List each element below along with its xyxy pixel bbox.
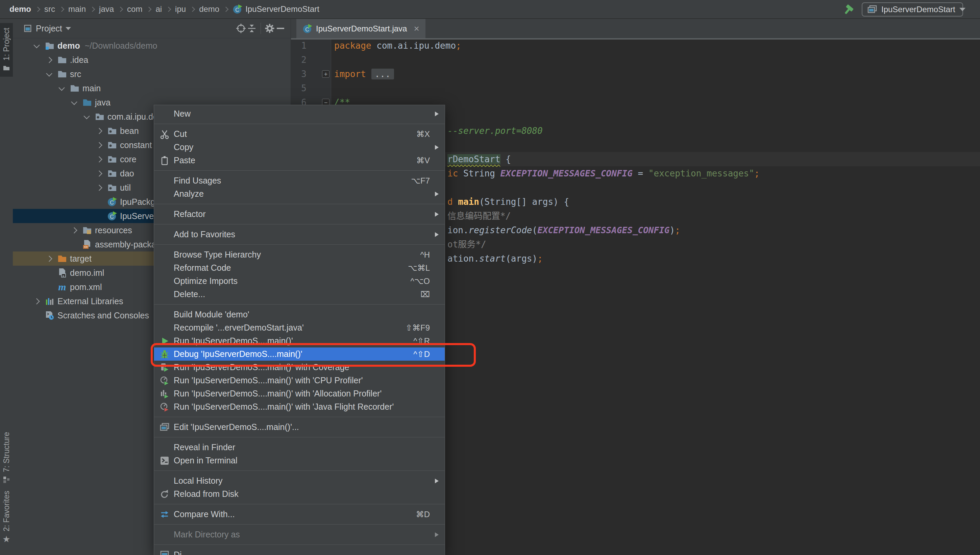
menu-item-build-module[interactable]: Build Module 'demo' — [154, 308, 445, 321]
collapse-all-icon[interactable] — [247, 23, 257, 34]
editor-tab-bar: C IpuServerDemoStart.java × — [291, 19, 980, 38]
run-configuration-icon — [867, 5, 877, 14]
tree-item-label: External Libraries — [58, 297, 123, 306]
libraries-icon — [45, 296, 55, 306]
breadcrumb-item[interactable]: ipu — [175, 5, 186, 14]
menu-item-run-with-allocation-profiler[interactable]: Run 'IpuServerDemoS....main()' with 'All… — [154, 387, 445, 400]
line-number: 5 — [291, 81, 306, 95]
menu-item-mark-directory-as[interactable]: Mark Directory as — [154, 528, 445, 541]
chevron-right-icon[interactable] — [95, 183, 103, 192]
breadcrumb-item[interactable]: ai — [155, 5, 162, 14]
menu-item-paste[interactable]: Paste⌘V — [154, 154, 445, 167]
editor-tab-label: IpuServerDemoStart.java — [316, 24, 407, 34]
menu-separator — [154, 244, 445, 245]
toolbar-divider — [261, 22, 261, 34]
chevron-right-icon[interactable] — [45, 56, 53, 64]
menu-item-copy[interactable]: Copy — [154, 141, 445, 154]
tree-item-label: main — [82, 83, 101, 93]
menu-item-analyze[interactable]: Analyze — [154, 187, 445, 201]
tree-row-demo[interactable]: demo ~/Downloads/demo — [13, 38, 291, 53]
menu-item-find-usages[interactable]: Find Usages⌥F7 — [154, 174, 445, 187]
menu-item-cut[interactable]: Cut⌘X — [154, 127, 445, 141]
menu-item-run-with-cpu-profiler[interactable]: Run 'IpuServerDemoS....main()' with 'CPU… — [154, 374, 445, 387]
menu-item-reveal-in-finder[interactable]: Reveal in Finder — [154, 441, 445, 454]
breadcrumb-separator-icon — [35, 6, 40, 12]
chevron-down-icon[interactable] — [66, 27, 71, 30]
cpu-profiler-icon — [160, 375, 170, 386]
breadcrumb-item[interactable]: IpuServerDemoStart — [245, 5, 319, 14]
stripe-tab-project[interactable]: 1: Project — [0, 23, 13, 77]
submenu-arrow-icon — [435, 145, 439, 150]
chevron-right-icon[interactable] — [45, 255, 53, 263]
menu-item-add-to-favorites[interactable]: Add to Favorites — [154, 228, 445, 241]
locate-file-icon[interactable] — [235, 23, 247, 34]
tree-item-label: demo — [58, 41, 80, 51]
chevron-right-icon[interactable] — [32, 297, 40, 305]
chevron-right-icon[interactable] — [95, 155, 103, 163]
menu-item-delete[interactable]: Delete...⌧ — [154, 288, 445, 301]
gear-icon[interactable] — [264, 23, 275, 34]
chevron-down-icon[interactable] — [70, 98, 78, 106]
stripe-tab-favorites[interactable]: 2: Favorites ★ — [0, 491, 13, 544]
close-icon[interactable]: × — [414, 23, 419, 34]
breadcrumb-item[interactable]: main — [68, 5, 86, 14]
menu-item-run-main[interactable]: Run 'IpuServerDemoS....main()'^⇧R — [154, 334, 445, 348]
chevron-down-icon[interactable] — [58, 84, 66, 92]
menu-item-run-with-java-flight-recorder[interactable]: Run 'IpuServerDemoS....main()' with 'Jav… — [154, 400, 445, 413]
hide-panel-icon[interactable] — [275, 23, 286, 34]
menu-item-reload-from-disk[interactable]: Reload from Disk — [154, 488, 445, 500]
chevron-right-icon[interactable] — [95, 169, 103, 178]
breadcrumb-separator-icon — [223, 6, 229, 12]
fold-expand-icon[interactable]: + — [322, 70, 330, 78]
code-line: d main(String[] args) { — [447, 195, 569, 209]
breadcrumb-bar: demo src main java com ai ipu demo C Ipu… — [0, 0, 980, 19]
submenu-arrow-icon — [435, 212, 439, 217]
menu-item-new[interactable]: New — [154, 107, 445, 120]
breadcrumb-item[interactable]: demo — [10, 5, 31, 14]
chevron-right-icon[interactable] — [70, 226, 78, 234]
menu-item-debug-main[interactable]: Debug 'IpuServerDemoS....main()'^⇧D — [154, 348, 445, 361]
chevron-down-icon — [959, 8, 966, 11]
folded-imports[interactable]: ... — [372, 69, 394, 79]
chevron-down-icon[interactable] — [45, 70, 53, 78]
editor-tab-ipuserverdemostart[interactable]: C IpuServerDemoStart.java × — [296, 19, 426, 38]
menu-item-browse-type-hierarchy[interactable]: Browse Type Hierarchy^H — [154, 248, 445, 261]
menu-item-compare-with[interactable]: Compare With...⌘D — [154, 508, 445, 521]
menu-item-refactor[interactable]: Refactor — [154, 207, 445, 221]
code-line: rDemoStart { — [447, 152, 511, 166]
terminal-icon — [160, 456, 170, 466]
chevron-down-icon[interactable] — [82, 112, 91, 121]
tree-row-main[interactable]: main — [13, 81, 291, 95]
breadcrumb-item[interactable]: src — [44, 5, 55, 14]
breadcrumb-item[interactable]: com — [127, 5, 142, 14]
tree-row-idea[interactable]: .idea — [13, 53, 291, 67]
breadcrumb-item[interactable]: demo — [199, 5, 219, 14]
chevron-right-icon[interactable] — [95, 127, 103, 135]
folder-icon — [57, 55, 67, 65]
menu-item-partial-bottom[interactable]: Di — [154, 548, 445, 555]
indent-spacer — [45, 283, 53, 291]
chevron-right-icon[interactable] — [95, 141, 103, 149]
folder-icon — [57, 69, 67, 79]
chevron-down-icon[interactable] — [32, 42, 40, 50]
stripe-tab-project-label: 1: Project — [2, 28, 11, 61]
breadcrumb-item[interactable]: java — [99, 5, 114, 14]
menu-item-optimize-imports[interactable]: Optimize Imports^⌥O — [154, 274, 445, 288]
stripe-tab-structure[interactable]: 7: Structure — [0, 432, 13, 484]
breadcrumb-separator-icon — [118, 6, 123, 12]
menu-item-reformat-code[interactable]: Reformat Code⌥⌘L — [154, 261, 445, 274]
menu-item-local-history[interactable]: Local History — [154, 474, 445, 488]
project-view-selector[interactable]: Project — [36, 24, 62, 34]
tree-row-src[interactable]: src — [13, 67, 291, 81]
menu-item-open-in-terminal[interactable]: Open in Terminal — [154, 454, 445, 467]
build-hammer-icon[interactable] — [842, 3, 856, 16]
run-configuration-selector[interactable]: IpuServerDemoStart — [862, 2, 963, 16]
project-tool-window-icon — [2, 64, 10, 72]
tree-item-label: target — [70, 254, 91, 264]
menu-item-recompile[interactable]: Recompile '...erverDemoStart.java'⇧⌘F9 — [154, 321, 445, 334]
submenu-arrow-icon — [435, 533, 439, 537]
menu-item-run-with-coverage[interactable]: Run 'IpuServerDemoS....main()' with Cove… — [154, 361, 445, 374]
star-icon: ★ — [2, 535, 10, 544]
menu-item-edit-run-configuration[interactable]: Edit 'IpuServerDemoS....main()'... — [154, 420, 445, 434]
submenu-arrow-icon — [435, 479, 439, 483]
